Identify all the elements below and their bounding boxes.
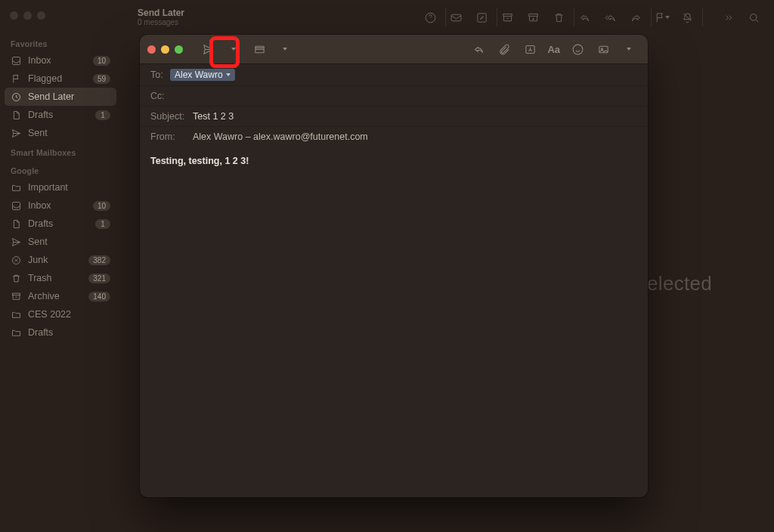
svg-rect-1 — [451, 14, 461, 21]
header-fields-icon[interactable] — [248, 39, 271, 59]
to-field[interactable]: To: Alex Wawro — [140, 64, 648, 86]
sidebar-item-junk[interactable]: Junk382 — [5, 251, 116, 269]
sidebar-section-label: Favorites — [5, 33, 116, 51]
mail-app: Send Later 0 messages FavoritesInbox10Fl… — [0, 0, 774, 532]
recipient-token[interactable]: Alex Wawro — [170, 69, 235, 81]
sidebar-item-flagged[interactable]: Flagged59 — [5, 70, 116, 88]
from-field[interactable]: From: Alex Wawro – alex.wawro@futurenet.… — [140, 127, 648, 147]
minimize-dim-icon[interactable] — [23, 11, 32, 20]
compose-icon[interactable] — [469, 7, 494, 28]
count-badge: 321 — [88, 274, 110, 283]
compose-body[interactable]: Testing, testing, 1 2 3! — [140, 147, 648, 497]
link-icon[interactable] — [519, 39, 541, 59]
main-header: Send Later 0 messages — [128, 0, 774, 35]
sidebar-item-label: Sent — [28, 128, 110, 138]
chevron-down-icon — [226, 73, 231, 76]
svg-point-5 — [750, 14, 757, 20]
close-dim-icon[interactable] — [10, 11, 18, 20]
sidebar-item-drafts[interactable]: Drafts1 — [5, 106, 116, 124]
count-badge: 1 — [95, 219, 110, 229]
reply-icon[interactable] — [571, 7, 597, 28]
sidebar-item-sent[interactable]: Sent — [5, 124, 116, 142]
archive-icon[interactable] — [494, 7, 520, 28]
subject-field[interactable]: Subject: Test 1 2 3 — [140, 107, 648, 127]
sidebar-section-label: Google — [5, 160, 116, 178]
svg-rect-12 — [599, 46, 607, 53]
inbox-icon — [11, 200, 22, 212]
svg-rect-8 — [13, 293, 20, 295]
send-menu-chevron-icon[interactable] — [222, 39, 245, 59]
svg-point-11 — [573, 45, 583, 54]
sidebar-item-inbox[interactable]: Inbox10 — [5, 51, 116, 70]
sidebar-item-archive[interactable]: Archive140 — [5, 287, 116, 305]
subject-value[interactable]: Test 1 2 3 — [193, 111, 234, 122]
photo-icon[interactable] — [592, 39, 615, 59]
send-button[interactable] — [197, 39, 219, 59]
mute-icon[interactable] — [674, 7, 700, 28]
main-toolbar — [417, 7, 766, 28]
send-icon — [11, 128, 22, 139]
count-badge: 59 — [93, 74, 110, 84]
sidebar-item-label: Flagged — [28, 73, 87, 84]
count-badge: 10 — [93, 201, 110, 211]
sidebar-item-important[interactable]: Important — [5, 178, 116, 196]
forward-icon[interactable] — [623, 7, 649, 28]
doc-icon — [11, 110, 22, 121]
photo-chevron-icon[interactable] — [618, 39, 640, 59]
to-label: To: — [150, 70, 170, 80]
sidebar: FavoritesInbox10Flagged59Send LaterDraft… — [0, 30, 121, 532]
sidebar-item-label: Drafts — [28, 218, 89, 229]
search-icon[interactable] — [741, 7, 766, 28]
sidebar-item-label: Archive — [28, 291, 82, 302]
count-badge: 382 — [88, 255, 110, 265]
sidebar-item-label: Inbox — [28, 200, 87, 211]
subject-label: Subject: — [150, 111, 193, 122]
sidebar-item-drafts[interactable]: Drafts — [5, 323, 116, 342]
svg-point-13 — [601, 48, 602, 49]
sidebar-item-sent[interactable]: Sent — [5, 233, 116, 251]
zoom-icon[interactable] — [175, 45, 183, 54]
compose-toolbar: Aa — [140, 35, 648, 63]
sidebar-item-label: Drafts — [28, 110, 89, 120]
move-icon[interactable] — [520, 7, 546, 28]
header-fields-chevron-icon[interactable] — [274, 39, 296, 59]
minimize-icon[interactable] — [161, 45, 169, 54]
cc-label: Cc: — [150, 91, 170, 101]
emoji-icon[interactable] — [566, 39, 589, 59]
close-icon[interactable] — [147, 45, 156, 54]
doc-icon — [11, 218, 22, 230]
zoom-dim-icon[interactable] — [37, 11, 45, 20]
envelope-icon[interactable] — [443, 7, 469, 28]
sidebar-item-label: Junk — [28, 255, 82, 265]
junk-icon — [11, 255, 22, 266]
sidebar-item-ces-2022[interactable]: CES 2022 — [5, 305, 116, 323]
sidebar-item-label: Trash — [28, 273, 82, 283]
reply-style-icon[interactable] — [467, 39, 490, 59]
window-controls[interactable] — [0, 11, 55, 20]
clock-icon — [11, 91, 22, 103]
sidebar-item-send-later[interactable]: Send Later — [5, 88, 116, 106]
overflow-icon[interactable] — [715, 7, 741, 28]
cc-field[interactable]: Cc: — [140, 86, 648, 107]
folder-icon — [11, 309, 22, 320]
compose-fields: To: Alex Wawro Cc: Subject: Test 1 2 3 F… — [140, 63, 648, 147]
sidebar-item-label: Inbox — [28, 55, 87, 66]
help-icon[interactable] — [417, 7, 443, 28]
count-badge: 10 — [93, 56, 110, 66]
from-value: Alex Wawro – alex.wawro@futurenet.com — [193, 131, 368, 142]
sidebar-item-inbox[interactable]: Inbox10 — [5, 196, 116, 215]
from-label: From: — [150, 131, 193, 142]
compose-window: Aa To: Alex Wawro Cc: Subject: Test 1 2 … — [140, 35, 648, 497]
sidebar-item-trash[interactable]: Trash321 — [5, 269, 116, 287]
format-text-button[interactable]: Aa — [544, 39, 563, 59]
sidebar-item-label: CES 2022 — [28, 309, 110, 320]
compose-window-controls[interactable] — [147, 45, 183, 54]
sidebar-item-drafts[interactable]: Drafts1 — [5, 215, 116, 233]
trash-icon[interactable] — [546, 7, 571, 28]
reply-all-icon[interactable] — [597, 7, 623, 28]
flag-icon[interactable] — [649, 7, 674, 28]
attach-icon[interactable] — [493, 39, 515, 59]
archive-icon — [11, 291, 22, 302]
svg-rect-4 — [528, 14, 537, 16]
mailbox-title: Send Later — [138, 8, 184, 18]
